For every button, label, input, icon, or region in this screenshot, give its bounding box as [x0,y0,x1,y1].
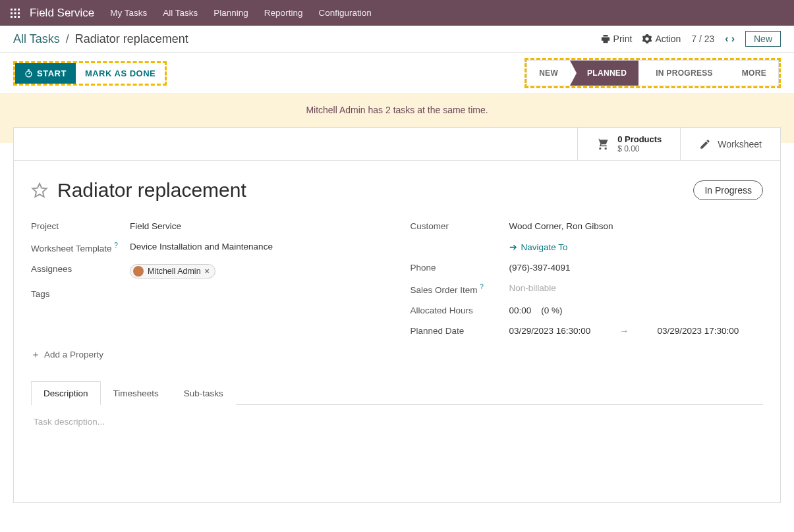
add-property-label: Add a Property [44,350,103,359]
svg-rect-6 [11,16,13,18]
start-button[interactable]: START [15,63,76,84]
new-button[interactable]: New [745,31,781,47]
print-icon [601,34,610,43]
navigate-to-link[interactable]: ➔ Navigate To [509,242,568,252]
status-pill[interactable]: In Progress [693,180,763,200]
start-label: START [37,68,67,78]
stopwatch-icon [24,69,33,78]
top-navbar: Field Service My Tasks All Tasks Plannin… [0,0,794,26]
cart-icon [596,138,610,151]
tab-description[interactable]: Description [31,381,101,405]
products-stat-button[interactable]: 0 Products $ 0.00 [577,128,680,160]
planned-to: 03/29/2023 17:30:00 [657,326,739,336]
svg-rect-10 [28,69,30,70]
breadcrumb-actions: Print Action 7 / 23 ‹ › New [601,31,781,47]
pager-arrows: ‹ › [725,33,735,45]
nav-my-tasks[interactable]: My Tasks [110,8,147,18]
apps-icon[interactable] [10,8,20,18]
products-count: 0 Products [617,134,662,144]
value-so-item[interactable]: Non-billable [509,283,764,293]
breadcrumb-current: Radiator replacement [75,32,188,45]
gear-icon [642,34,652,43]
tab-subtasks[interactable]: Sub-tasks [171,381,236,405]
value-worksheet-template[interactable]: Device Installation and Maintenance [130,242,384,252]
svg-line-12 [29,72,30,74]
tabs: Description Timesheets Sub-tasks [31,381,763,405]
help-icon[interactable]: ? [480,283,484,290]
action-button[interactable]: Action [642,34,681,44]
value-project[interactable]: Field Service [130,221,384,231]
add-property-button[interactable]: ＋ Add a Property [31,349,103,361]
card-top-stats: 0 Products $ 0.00 Worksheet [14,128,780,161]
svg-rect-1 [14,9,16,11]
label-so-item: Sales Order Item ? [411,283,509,295]
planned-from: 03/29/2023 16:30:00 [509,326,591,336]
tab-timesheets[interactable]: Timesheets [101,381,171,405]
star-icon[interactable] [31,182,48,199]
nav-planning[interactable]: Planning [213,8,248,18]
value-planned-date[interactable]: 03/29/2023 16:30:00 → 03/29/2023 17:30:0… [509,326,764,336]
value-alloc-hours[interactable]: 00:00 (0 %) [509,306,764,315]
label-alloc-hours: Allocated Hours [411,306,509,315]
value-phone[interactable]: (976)-397-4091 [509,263,764,273]
worksheet-stat-button[interactable]: Worksheet [680,128,780,160]
pencil-icon [699,138,711,150]
svg-rect-8 [18,16,20,18]
stage-bar: NEW PLANNED IN PROGRESS MORE [526,60,779,86]
stage-planned[interactable]: PLANNED [570,61,638,86]
assignee-name: Mitchell Admin [148,267,201,276]
task-card: 0 Products $ 0.00 Worksheet Radiator rep… [13,127,781,503]
assignee-chip[interactable]: Mitchell Admin × [130,264,215,279]
pager-prev-icon[interactable]: ‹ [725,33,728,45]
label-tags: Tags [31,289,130,299]
svg-rect-5 [18,12,20,14]
pager-next-icon[interactable]: › [731,33,735,45]
breadcrumb-parent[interactable]: All Tasks [13,32,60,45]
left-actions-highlight: START MARK AS DONE [13,61,167,86]
help-icon[interactable]: ? [114,242,118,249]
stages-highlight: NEW PLANNED IN PROGRESS MORE [525,58,781,88]
nav-items: My Tasks All Tasks Planning Reporting Co… [110,8,371,18]
task-title[interactable]: Radiator replacement [57,179,246,201]
svg-rect-7 [14,16,16,18]
remove-chip-icon[interactable]: × [205,267,210,276]
print-label: Print [613,34,633,44]
app-brand[interactable]: Field Service [30,7,94,20]
avatar [133,266,144,277]
value-assignees[interactable]: Mitchell Admin × [130,264,384,279]
svg-rect-2 [18,9,20,11]
breadcrumb-sep: / [66,32,69,45]
stage-new[interactable]: NEW [527,61,570,86]
label-phone: Phone [411,263,509,273]
label-customer: Customer [411,221,509,231]
mark-done-button[interactable]: MARK AS DONE [76,63,165,84]
action-label: Action [655,34,681,44]
label-assignees: Assignees [31,264,130,274]
print-button[interactable]: Print [601,34,633,44]
left-column: Project Field Service Worksheet Template… [31,216,384,341]
navigate-label: Navigate To [521,242,568,252]
label-project: Project [31,221,130,231]
right-column: Customer Wood Corner, Ron Gibson ➔ Navig… [411,216,764,341]
title-row: Radiator replacement In Progress [31,179,763,201]
pager-count: 7 / 23 [691,34,714,44]
field-grid: Project Field Service Worksheet Template… [31,216,763,341]
nav-configuration[interactable]: Configuration [318,8,371,18]
svg-rect-3 [11,12,13,14]
svg-rect-0 [11,9,13,11]
products-amount: $ 0.00 [617,144,662,153]
plus-icon: ＋ [31,349,40,361]
stage-more[interactable]: MORE [725,61,778,86]
svg-rect-4 [14,12,16,14]
label-worksheet-template: Worksheet Template ? [31,242,130,253]
nav-all-tasks[interactable]: All Tasks [163,8,198,18]
breadcrumb-bar: All Tasks / Radiator replacement Print A… [0,26,794,53]
label-planned-date: Planned Date [411,326,509,336]
value-customer[interactable]: Wood Corner, Ron Gibson [509,221,764,231]
nav-reporting[interactable]: Reporting [264,8,303,18]
action-bar: START MARK AS DONE NEW PLANNED IN PROGRE… [0,53,794,94]
description-input[interactable]: Task description... [31,405,763,484]
arrow-range-icon: → [619,326,629,336]
arrow-right-icon: ➔ [509,242,517,252]
stage-in-progress[interactable]: IN PROGRESS [638,61,725,86]
